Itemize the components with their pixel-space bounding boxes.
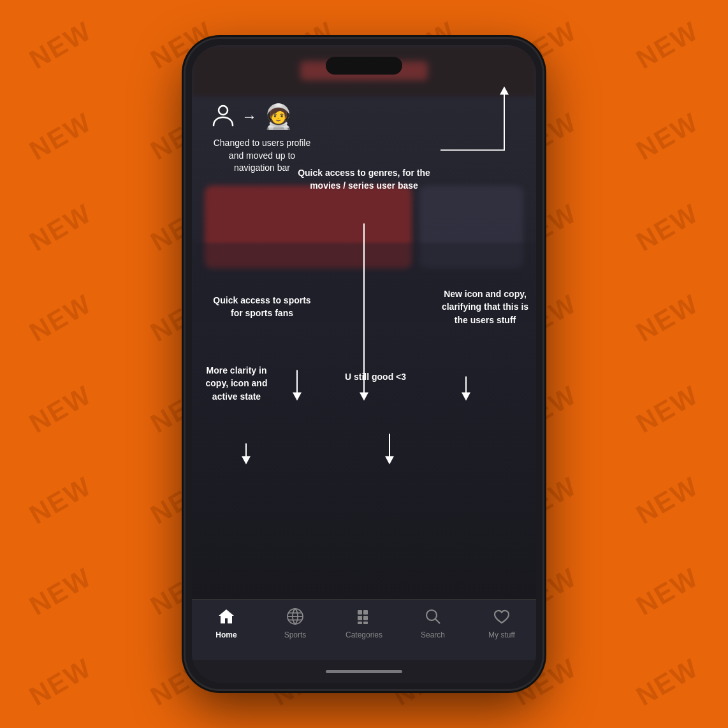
nav-label-search: Search <box>421 630 445 639</box>
svg-rect-15 <box>358 616 362 620</box>
home-icon <box>217 608 235 628</box>
profile-annotation: → 🧑‍🚀 Changed to users profile and moved… <box>211 103 313 175</box>
screen-hero: → 🧑‍🚀 Changed to users profile and moved… <box>192 45 536 599</box>
phone-notch <box>326 57 402 75</box>
home-bar <box>326 670 402 673</box>
person-icon <box>211 103 235 131</box>
svg-marker-11 <box>385 456 394 465</box>
nav-label-categories: Categories <box>346 630 382 639</box>
phone-screen: → 🧑‍🚀 Changed to users profile and moved… <box>192 45 536 683</box>
svg-rect-16 <box>363 616 368 620</box>
nav-item-categories[interactable]: Categories <box>330 608 398 639</box>
sports-icon <box>286 608 304 628</box>
nav-item-sports[interactable]: Sports <box>261 608 330 639</box>
search-icon <box>424 608 442 628</box>
svg-rect-14 <box>363 610 368 615</box>
home-annotation-text: More clarity in copy, icon and active st… <box>195 364 278 403</box>
svg-marker-7 <box>462 393 470 401</box>
svg-rect-13 <box>358 610 362 615</box>
svg-line-20 <box>435 619 440 623</box>
phone-frame: → 🧑‍🚀 Changed to users profile and moved… <box>186 39 542 689</box>
phone-mockup: → 🧑‍🚀 Changed to users profile and moved… <box>186 39 542 689</box>
svg-rect-18 <box>363 622 368 624</box>
search-good-annotation-text: U still good <3 <box>345 370 406 383</box>
svg-rect-17 <box>358 622 362 624</box>
profile-annotation-text: Changed to users profile and moved up to… <box>211 137 313 175</box>
nav-label-mystuff: My stuff <box>488 630 515 639</box>
svg-marker-3 <box>360 393 368 401</box>
mystuff-icon <box>493 608 511 628</box>
avatar-icon: 🧑‍🚀 <box>263 103 293 131</box>
nav-item-search[interactable]: Search <box>398 608 467 639</box>
hero-genre-area <box>192 243 536 319</box>
svg-point-19 <box>426 610 437 620</box>
svg-point-0 <box>219 106 228 115</box>
home-indicator <box>192 660 536 683</box>
nav-item-mystuff[interactable]: My stuff <box>467 608 536 639</box>
arrow-right-icon: → <box>242 108 257 126</box>
svg-marker-5 <box>293 393 302 401</box>
nav-bar: Home Sports <box>192 599 536 660</box>
nav-label-sports: Sports <box>284 630 307 639</box>
nav-label-home: Home <box>215 630 237 639</box>
svg-marker-9 <box>242 456 251 465</box>
profile-arrow-row: → 🧑‍🚀 <box>211 103 293 131</box>
categories-icon <box>355 608 373 628</box>
nav-item-home[interactable]: Home <box>192 608 261 639</box>
